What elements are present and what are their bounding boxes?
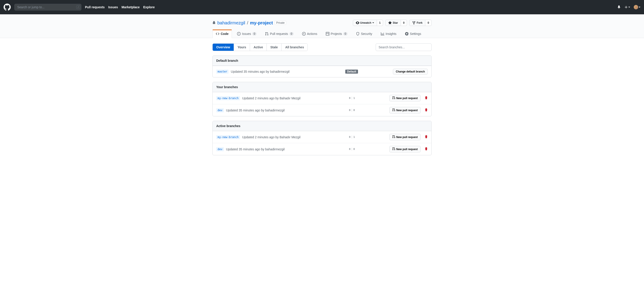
pull-request-icon <box>392 108 395 112</box>
tab-issues-count: 0 <box>252 32 256 36</box>
ahead-behind-indicator: 0 1 <box>349 97 355 100</box>
filter-row: Overview Yours Active Stale All branches <box>212 43 432 51</box>
tab-insights-label: Insights <box>386 32 396 36</box>
projects-icon <box>326 32 330 36</box>
default-branch-box: Default branch master Updated 35 minutes… <box>212 56 432 77</box>
active-branches-header: Active branches <box>213 121 431 131</box>
new-pull-request-button[interactable]: New pull request <box>389 134 420 140</box>
pull-request-icon <box>392 135 395 139</box>
nav-pull-requests[interactable]: Pull requests <box>85 5 105 9</box>
github-logo[interactable] <box>4 4 11 11</box>
avatar <box>634 5 638 10</box>
tab-settings[interactable]: Settings <box>402 30 425 38</box>
branch-name-link[interactable]: dev <box>216 147 224 151</box>
branch-name-link[interactable]: my-new-branch <box>216 135 240 139</box>
tab-issues[interactable]: Issues 0 <box>234 30 260 38</box>
star-icon <box>388 21 392 25</box>
star-button[interactable]: Star <box>385 20 401 26</box>
repo-owner-link[interactable]: bahadirmezgil <box>217 20 245 26</box>
your-branches-header: Your branches <box>213 82 431 92</box>
bell-icon[interactable] <box>617 5 621 10</box>
shield-icon <box>356 32 360 36</box>
behind-count: 0 <box>349 148 352 151</box>
tab-insights[interactable]: Insights <box>378 30 400 38</box>
nav-links: Pull requests Issues Marketplace Explore <box>85 5 155 9</box>
filter-active[interactable]: Active <box>250 44 267 51</box>
active-branches-box: Active branches my-new-branch Updated 2 … <box>212 121 432 155</box>
fork-button[interactable]: Fork <box>409 20 425 26</box>
ahead-behind-indicator: 0 1 <box>349 136 355 139</box>
branch-meta: Updated 35 minutes ago by bahadirmezgil <box>231 70 289 73</box>
caret-down-icon <box>639 7 640 8</box>
your-branches-box: Your branches my-new-branch Updated 2 mi… <box>212 82 432 116</box>
nav-marketplace[interactable]: Marketplace <box>122 5 140 9</box>
fork-count[interactable]: 0 <box>425 20 432 26</box>
branch-row: dev Updated 35 minutes ago by bahadirmez… <box>213 143 431 155</box>
filter-yours[interactable]: Yours <box>234 44 250 51</box>
caret-down-icon <box>372 22 374 23</box>
code-icon <box>216 32 219 36</box>
branch-name-link[interactable]: my-new-branch <box>216 96 240 100</box>
branch-row: my-new-branch Updated 2 minutes ago by B… <box>213 131 431 143</box>
header-right <box>617 5 640 10</box>
behind-count: 0 <box>349 136 352 139</box>
path-separator: / <box>247 20 248 26</box>
new-pull-request-label: New pull request <box>396 136 418 139</box>
tab-code-label: Code <box>221 32 228 36</box>
behind-count: 0 <box>349 109 352 112</box>
ahead-count: 1 <box>352 136 355 139</box>
repo-head-section: bahadirmezgil / my-project Private Unwat… <box>0 14 644 38</box>
repo-name-link[interactable]: my-project <box>250 20 273 26</box>
filter-overview[interactable]: Overview <box>213 44 234 51</box>
change-default-branch-button[interactable]: Change default branch <box>393 69 428 75</box>
tab-actions[interactable]: Actions <box>299 30 321 38</box>
branch-row: my-new-branch Updated 2 minutes ago by B… <box>213 92 431 104</box>
branch-meta: Updated 35 minutes ago by bahadirmezgil <box>226 109 285 112</box>
caret-down-icon <box>628 7 630 8</box>
create-new-dropdown[interactable] <box>624 5 630 9</box>
tab-pulls-label: Pull requests <box>270 32 288 36</box>
trash-icon[interactable] <box>425 147 428 151</box>
watch-count[interactable]: 1 <box>377 20 383 26</box>
tab-issues-label: Issues <box>242 32 251 36</box>
new-pull-request-button[interactable]: New pull request <box>389 95 420 101</box>
visibility-label: Private <box>274 21 286 25</box>
trash-icon[interactable] <box>425 96 428 100</box>
user-menu[interactable] <box>634 5 640 10</box>
global-search-input[interactable] <box>14 4 82 11</box>
ahead-count: 0 <box>352 148 355 151</box>
tab-projects-label: Projects <box>331 32 342 36</box>
nav-explore[interactable]: Explore <box>143 5 154 9</box>
trash-icon[interactable] <box>425 135 428 139</box>
branch-filter-tabs: Overview Yours Active Stale All branches <box>212 43 308 51</box>
tab-code[interactable]: Code <box>212 30 232 38</box>
filter-all[interactable]: All branches <box>282 44 308 51</box>
new-pull-request-button[interactable]: New pull request <box>389 107 420 113</box>
tab-actions-label: Actions <box>307 32 317 36</box>
gear-icon <box>405 32 408 36</box>
trash-icon[interactable] <box>425 108 428 112</box>
tab-pulls[interactable]: Pull requests 0 <box>262 30 297 38</box>
branch-name-link[interactable]: dev <box>216 108 224 112</box>
tab-projects-count: 0 <box>343 32 348 36</box>
new-pull-request-button[interactable]: New pull request <box>389 146 420 152</box>
fork-icon <box>412 21 416 25</box>
branch-name-link[interactable]: master <box>216 70 228 74</box>
tab-projects[interactable]: Projects 0 <box>322 30 351 38</box>
branch-meta: Updated 2 minutes ago by Bahadır Mezgil <box>242 96 300 100</box>
repo-actions: Unwatch 1 Star 0 Fork <box>353 20 432 26</box>
watch-button[interactable]: Unwatch <box>353 20 377 26</box>
tab-security[interactable]: Security <box>353 30 376 38</box>
branch-row: master Updated 35 minutes ago by bahadir… <box>213 66 431 77</box>
tab-security-label: Security <box>361 32 372 36</box>
ahead-behind-indicator: 0 0 <box>349 109 355 112</box>
search-branches-input[interactable] <box>376 43 432 51</box>
eye-icon <box>356 21 359 25</box>
nav-issues[interactable]: Issues <box>108 5 118 9</box>
pull-request-icon <box>392 147 395 151</box>
lock-icon <box>212 20 216 26</box>
pull-request-icon <box>265 32 268 36</box>
branch-meta: Updated 2 minutes ago by Bahadır Mezgil <box>242 135 300 139</box>
star-count[interactable]: 0 <box>401 20 407 26</box>
filter-stale[interactable]: Stale <box>267 44 282 51</box>
